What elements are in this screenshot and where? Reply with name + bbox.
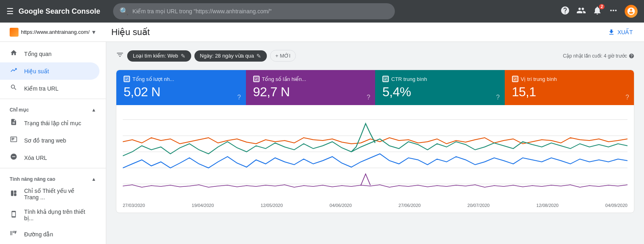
- page-title-area: Hiệu suất: [102, 27, 600, 37]
- position-value: 15,1: [512, 85, 627, 99]
- clicks-value: 5,02 N: [124, 85, 239, 99]
- section-index-toggle[interactable]: ▲: [91, 107, 96, 113]
- filter-icon[interactable]: [116, 51, 124, 61]
- new-filter-button[interactable]: + MỚI: [270, 50, 296, 62]
- metric-card-clicks[interactable]: ✓ Tổng số lượt nh... 5,02 N ?: [116, 70, 246, 105]
- impressions-checkbox[interactable]: ✓: [253, 76, 260, 82]
- export-button[interactable]: XUẤT: [603, 26, 638, 38]
- export-label: XUẤT: [617, 29, 633, 35]
- sidebar-core-web-vitals-label: Chỉ số Thiết yếu về Trang ...: [24, 188, 90, 201]
- main-content: Loại tìm kiếm: Web ✎ Ngày: 28 ngày vừa q…: [106, 42, 644, 244]
- ctr-label: CTR trung bình: [391, 76, 427, 82]
- sidebar-item-overview[interactable]: Tổng quan: [0, 45, 99, 62]
- search-type-edit-icon: ✎: [181, 53, 186, 59]
- x-label-1: 19/04/2020: [192, 203, 214, 208]
- date-label: Ngày: 28 ngày vừa qua: [200, 53, 254, 59]
- url-inspection-icon: [10, 84, 18, 93]
- site-url-label: https://www.anhtrainang.com/: [21, 29, 90, 35]
- section-advanced-toggle[interactable]: ▲: [91, 176, 96, 182]
- sidebar-item-performance[interactable]: Hiệu suất: [0, 62, 99, 80]
- metric-card-ctr[interactable]: ✓ CTR trung bình 5,4% ?: [375, 70, 505, 105]
- sidebar-breadcrumbs-label: Đường dẫn: [24, 231, 53, 238]
- sidebar-item-url-inspection[interactable]: Kiểm tra URL: [0, 80, 99, 97]
- top-navigation: ☰ Google Search Console 🔍 2: [0, 0, 644, 23]
- x-label-6: 12/08/2020: [537, 203, 559, 208]
- clicks-checkbox[interactable]: ✓: [124, 76, 130, 82]
- apps-icon[interactable]: [609, 6, 618, 17]
- filter-bar: Loại tìm kiếm: Web ✎ Ngày: 28 ngày vừa q…: [116, 50, 634, 62]
- date-edit-icon: ✎: [256, 53, 261, 59]
- new-filter-label: + MỚI: [275, 53, 291, 59]
- impressions-label: Tổng số lần hiển...: [262, 76, 306, 82]
- performance-icon: [10, 66, 18, 76]
- metric-card-position[interactable]: ✓ Vị trí trung bình 15,1 ?: [505, 70, 634, 105]
- performance-chart-container: ✓ Tổng số lượt nh... 5,02 N ? ✓ Tổng số: [116, 70, 634, 213]
- ctr-help-icon[interactable]: ?: [496, 94, 500, 101]
- section-index-label: Chỉ mục: [10, 107, 29, 113]
- last-update-text: Cập nhật lần cuối: 4 giờ trước: [563, 53, 634, 59]
- accounts-icon[interactable]: [576, 6, 586, 17]
- sidebar-remove-url-label: Xóa URL: [24, 155, 47, 161]
- sidebar-item-core-web-vitals[interactable]: Chỉ số Thiết yếu về Trang ...: [0, 184, 99, 205]
- home-icon: [10, 49, 18, 58]
- sitemap-icon: [10, 136, 18, 145]
- sidebar-sitemap-label: Sơ đồ trang web: [24, 137, 66, 144]
- x-label-2: 12/05/2020: [261, 203, 283, 208]
- position-label: Vị trí trung bình: [521, 76, 557, 82]
- sidebar-index-status-label: Trạng thái lập chỉ mục: [24, 120, 81, 126]
- sidebar-item-remove-url[interactable]: Xóa URL: [0, 149, 99, 166]
- search-icon: 🔍: [120, 7, 128, 16]
- user-avatar[interactable]: [625, 5, 638, 18]
- performance-chart: [123, 112, 627, 200]
- main-layout: Tổng quan Hiệu suất Kiểm tra URL Chỉ mục…: [0, 42, 644, 244]
- site-selector[interactable]: https://www.anhtrainang.com/ ▾: [6, 26, 99, 38]
- chart-svg-area: [116, 105, 634, 201]
- x-label-7: 04/09/2020: [605, 203, 627, 208]
- impressions-value: 92,7 N: [253, 85, 368, 99]
- site-chevron-icon: ▾: [92, 28, 95, 36]
- breadcrumbs-icon: [10, 230, 18, 239]
- section-advanced-header: Tính năng nâng cao ▲: [0, 170, 106, 184]
- sidebar-item-sitemap[interactable]: Sơ đồ trang web: [0, 132, 99, 149]
- notification-badge: 2: [599, 4, 605, 9]
- metric-card-impressions[interactable]: ✓ Tổng số lần hiển... 92,7 N ?: [246, 70, 376, 105]
- section-index-header: Chỉ mục ▲: [0, 101, 106, 114]
- clicks-help-icon[interactable]: ?: [237, 94, 241, 101]
- sidebar-item-breadcrumbs[interactable]: Đường dẫn: [0, 225, 99, 243]
- date-filter[interactable]: Ngày: 28 ngày vừa qua ✎: [194, 50, 267, 62]
- index-status-icon: [10, 118, 18, 128]
- notification-icon[interactable]: 2: [592, 6, 602, 17]
- sidebar-item-index-status[interactable]: Trạng thái lập chỉ mục: [0, 114, 99, 132]
- core-web-vitals-icon: [10, 190, 18, 199]
- sidebar-performance-label: Hiệu suất: [24, 68, 49, 74]
- x-label-4: 27/06/2020: [398, 203, 421, 208]
- sub-navigation: https://www.anhtrainang.com/ ▾ Hiệu suất…: [0, 23, 644, 42]
- page-title: Hiệu suất: [111, 27, 150, 37]
- last-update-label: Cập nhật lần cuối: 4 giờ trước: [563, 53, 627, 59]
- impressions-help-icon[interactable]: ?: [367, 94, 370, 101]
- app-name: Google Search Console: [19, 7, 100, 16]
- help-icon[interactable]: [560, 6, 570, 17]
- search-bar[interactable]: 🔍: [113, 3, 395, 19]
- chart-x-labels: 27/03/2020 19/04/2020 12/05/2020 04/06/2…: [116, 201, 634, 213]
- nav-actions: 2: [560, 5, 638, 18]
- search-type-filter[interactable]: Loại tìm kiếm: Web ✎: [127, 50, 191, 62]
- site-logo-icon: [10, 28, 19, 37]
- mobile-icon: [10, 211, 18, 220]
- metrics-row: ✓ Tổng số lượt nh... 5,02 N ? ✓ Tổng số: [116, 70, 634, 105]
- sidebar-mobile-usability-label: Tính khả dụng trên thiết bị...: [24, 209, 90, 221]
- app-logo: Google Search Console: [19, 7, 100, 16]
- sidebar-overview-label: Tổng quan: [24, 51, 52, 57]
- x-label-3: 04/06/2020: [330, 203, 352, 208]
- search-type-label: Loại tìm kiếm: Web: [133, 53, 178, 59]
- position-help-icon[interactable]: ?: [625, 94, 629, 101]
- sidebar-url-inspection-label: Kiểm tra URL: [24, 85, 58, 92]
- ctr-checkbox[interactable]: ✓: [382, 76, 389, 82]
- x-label-5: 20/07/2020: [467, 203, 489, 208]
- x-label-0: 27/03/2020: [123, 203, 145, 208]
- position-checkbox[interactable]: ✓: [512, 76, 518, 82]
- sidebar-item-mobile-usability[interactable]: Tính khả dụng trên thiết bị...: [0, 205, 99, 225]
- search-input[interactable]: [132, 8, 388, 14]
- section-advanced-label: Tính năng nâng cao: [10, 176, 55, 182]
- menu-icon[interactable]: ☰: [6, 6, 14, 16]
